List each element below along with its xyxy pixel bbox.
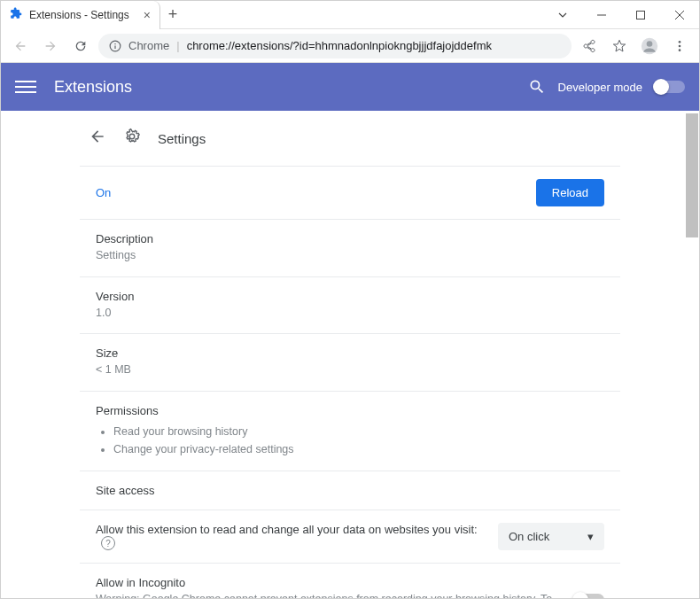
omnibox-url: chrome://extensions/?id=hhmnadonlnpiokng… <box>187 39 492 52</box>
description-label: Description <box>96 232 604 245</box>
on-status: On <box>96 186 111 199</box>
tab-close-icon[interactable]: × <box>144 8 151 22</box>
back-arrow-icon[interactable] <box>89 128 106 149</box>
site-access-label: Site access <box>96 484 604 497</box>
omnibox[interactable]: Chrome | chrome://extensions/?id=hhmnado… <box>98 34 572 58</box>
help-icon[interactable]: ? <box>101 536 115 550</box>
new-tab-button[interactable]: + <box>160 5 185 24</box>
close-button[interactable] <box>660 1 699 29</box>
site-access-select[interactable]: On click ▾ <box>498 523 604 550</box>
incognito-label: Allow in Incognito <box>96 576 556 589</box>
reload-button[interactable] <box>68 34 93 58</box>
appbar-title: Extensions <box>54 78 528 97</box>
appbar: Extensions Developer mode <box>1 63 699 111</box>
page-title: Settings <box>158 131 206 146</box>
maximize-button[interactable] <box>621 1 660 29</box>
tab-title: Extensions - Settings <box>29 9 136 21</box>
page-header: Settings <box>80 111 620 166</box>
developer-mode-label: Developer mode <box>558 81 642 94</box>
size-value: < 1 MB <box>96 362 604 378</box>
scrollbar[interactable] <box>686 113 698 595</box>
omnibox-prefix: Chrome <box>128 39 169 52</box>
back-button[interactable] <box>8 34 33 58</box>
profile-icon[interactable] <box>637 34 662 58</box>
svg-rect-0 <box>637 11 645 19</box>
window-controls <box>543 1 699 29</box>
site-access-text: Allow this extension to read and change … <box>96 523 498 551</box>
menu-icon[interactable] <box>667 34 692 58</box>
svg-point-6 <box>679 49 681 51</box>
hamburger-icon[interactable] <box>15 76 36 97</box>
permission-item: Read your browsing history <box>113 423 604 440</box>
version-value: 1.0 <box>96 306 604 322</box>
svg-point-4 <box>679 41 681 43</box>
svg-point-3 <box>647 41 653 47</box>
incognito-warning: Warning: Google Chrome cannot prevent ex… <box>96 592 556 598</box>
browser-toolbar: Chrome | chrome://extensions/?id=hhmnado… <box>1 29 699 63</box>
titlebar: Extensions - Settings × + <box>1 1 699 29</box>
size-label: Size <box>96 346 604 360</box>
permissions-list: Read your browsing history Change your p… <box>96 423 604 458</box>
gear-icon <box>122 127 142 150</box>
browser-tab[interactable]: Extensions - Settings × <box>1 1 160 29</box>
incognito-toggle[interactable] <box>574 594 604 598</box>
svg-point-5 <box>679 44 681 47</box>
scrollbar-thumb[interactable] <box>686 113 698 237</box>
content: Settings On Reload Description Settings … <box>80 111 620 598</box>
permission-item: Change your privacy-related settings <box>113 440 604 458</box>
info-icon <box>109 40 121 52</box>
reload-extension-button[interactable]: Reload <box>536 179 604 206</box>
star-icon[interactable] <box>607 34 632 58</box>
minimize-button[interactable] <box>582 1 621 29</box>
share-icon[interactable] <box>577 34 602 58</box>
forward-button[interactable] <box>38 34 63 58</box>
chevron-down-icon: ▾ <box>587 530 594 543</box>
dropdown-icon[interactable] <box>543 1 582 29</box>
extension-icon <box>10 7 22 23</box>
developer-mode-toggle[interactable] <box>655 81 685 93</box>
description-value: Settings <box>96 248 604 264</box>
permissions-label: Permissions <box>96 404 604 417</box>
version-label: Version <box>96 290 604 303</box>
search-icon[interactable] <box>528 78 546 96</box>
